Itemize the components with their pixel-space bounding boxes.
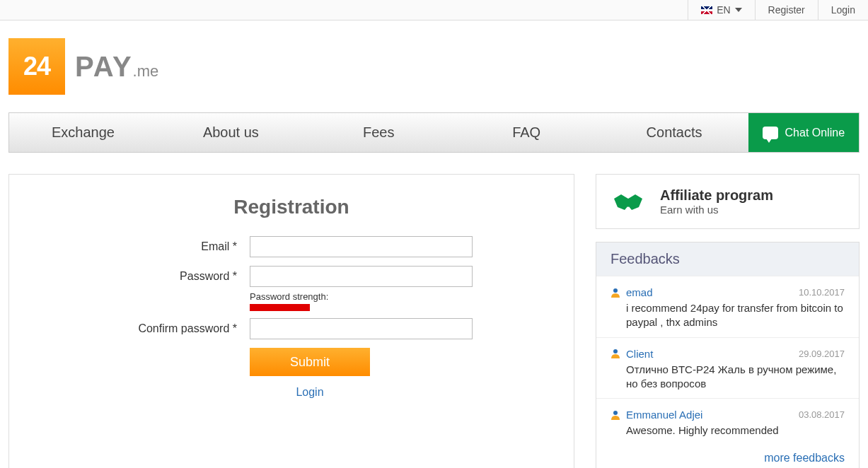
nav-contacts[interactable]: Contacts — [601, 113, 748, 152]
nav-fees[interactable]: Fees — [305, 113, 453, 152]
svg-point-0 — [613, 288, 618, 293]
language-selector[interactable]: EN — [688, 0, 754, 20]
strength-bar — [250, 304, 310, 311]
feedback-text: Awesome. Highly recommended — [611, 423, 845, 438]
feedback-user[interactable]: Emmanuel Adjei — [626, 409, 702, 421]
handshake-icon — [611, 189, 646, 214]
site-header: 24 PAY.me — [0, 21, 868, 112]
email-row: Email * — [37, 236, 545, 257]
more-feedbacks-link[interactable]: more feedbacks — [596, 445, 859, 468]
feedbacks-heading: Feedbacks — [596, 242, 859, 276]
nav-about[interactable]: About us — [157, 113, 305, 152]
user-icon — [611, 410, 620, 420]
email-label: Email * — [37, 240, 250, 253]
svg-point-2 — [613, 411, 618, 415]
user-icon — [611, 349, 620, 358]
language-code: EN — [717, 4, 730, 16]
submit-button[interactable]: Submit — [250, 348, 370, 376]
chat-bubble-icon — [763, 127, 778, 139]
uk-flag-icon — [701, 6, 712, 14]
login-link[interactable]: Login — [250, 386, 370, 399]
password-field[interactable] — [250, 266, 473, 287]
feedbacks-card: Feedbacks emad 10.10.2017 i recommend 24… — [596, 242, 860, 468]
feedback-text: Отлично BTC-P24 Жаль в ручном режиме, но… — [611, 363, 845, 392]
register-link[interactable]: Register — [755, 0, 818, 20]
strength-label: Password strength: — [250, 291, 545, 302]
affiliate-title: Affiliate program — [660, 187, 773, 204]
nav-chat-online[interactable]: Chat Online — [748, 113, 860, 152]
sidebar: Affiliate program Earn with us Feedbacks… — [596, 174, 860, 468]
logo-text: PAY.me — [75, 51, 158, 83]
password-row: Password * — [37, 266, 545, 287]
chevron-down-icon — [735, 8, 742, 12]
main-content: Registration Email * Password * Password… — [0, 174, 868, 468]
feedback-item: Emmanuel Adjei 03.08.2017 Awesome. Highl… — [596, 398, 859, 445]
feedback-user[interactable]: emad — [626, 286, 653, 298]
user-icon — [611, 288, 620, 298]
confirm-row: Confirm password * — [37, 318, 545, 339]
feedback-user[interactable]: Client — [626, 348, 653, 360]
nav-faq[interactable]: FAQ — [453, 113, 601, 152]
topbar: EN Register Login — [0, 0, 868, 21]
password-strength: Password strength: — [250, 291, 545, 311]
main-nav: Exchange About us Fees FAQ Contacts Chat… — [8, 112, 860, 153]
password-label: Password * — [37, 270, 250, 283]
feedback-date: 03.08.2017 — [799, 409, 845, 420]
affiliate-subtitle: Earn with us — [660, 204, 773, 216]
login-link-top[interactable]: Login — [818, 0, 868, 20]
affiliate-card[interactable]: Affiliate program Earn with us — [596, 174, 860, 229]
feedback-text: i recommend 24pay for transfer from bitc… — [611, 301, 845, 330]
feedback-item: emad 10.10.2017 i recommend 24pay for tr… — [596, 276, 859, 337]
confirm-password-field[interactable] — [250, 318, 473, 339]
svg-point-1 — [613, 349, 618, 353]
email-field[interactable] — [250, 236, 473, 257]
registration-title: Registration — [37, 196, 545, 218]
logo-square[interactable]: 24 — [8, 38, 65, 95]
feedback-item: Client 29.09.2017 Отлично BTC-P24 Жаль в… — [596, 337, 859, 399]
nav-exchange[interactable]: Exchange — [9, 113, 157, 152]
confirm-label: Confirm password * — [37, 322, 250, 335]
feedback-date: 29.09.2017 — [799, 349, 845, 359]
feedback-date: 10.10.2017 — [799, 287, 845, 298]
registration-card: Registration Email * Password * Password… — [8, 174, 574, 468]
